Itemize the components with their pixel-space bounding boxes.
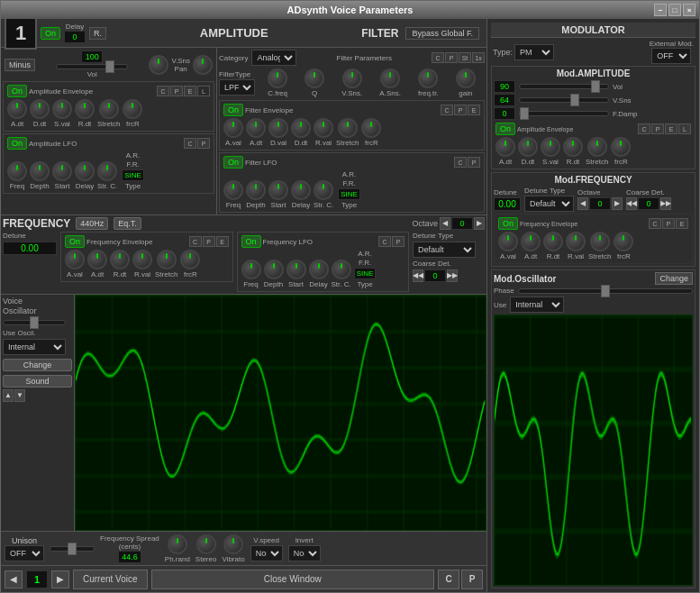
mod-vsns-slider[interactable] xyxy=(519,97,609,103)
fenv-stretch[interactable] xyxy=(338,118,358,138)
mod-amp-env-l[interactable]: L xyxy=(678,123,691,134)
sound-down-btn[interactable]: ▲ xyxy=(3,389,14,402)
freq-env-c[interactable]: C xyxy=(189,236,202,247)
frenv-adt[interactable] xyxy=(87,250,107,269)
amp-adt-knob[interactable] xyxy=(7,99,27,119)
pan-knob[interactable] xyxy=(193,55,213,75)
mod-fenv-e[interactable]: E xyxy=(676,218,688,229)
mod-amp-env-p[interactable]: P xyxy=(651,123,664,134)
use-oscil-select[interactable]: Internal xyxy=(3,339,66,355)
mod-fenv-c[interactable]: C xyxy=(649,218,661,229)
mod-amp-env-on-btn[interactable]: On xyxy=(495,123,515,135)
coarse-down-btn[interactable]: ◀◀ xyxy=(413,269,423,282)
mod-vol-slider[interactable] xyxy=(519,84,609,89)
amp-rdt-knob[interactable] xyxy=(75,99,95,119)
filter-1x-btn[interactable]: 1x xyxy=(472,52,485,63)
bypass-global-button[interactable]: Bypass Global F. xyxy=(405,27,479,40)
frenv-frcr[interactable] xyxy=(180,250,200,269)
freq-eqt-button[interactable]: Eq.T. xyxy=(114,217,141,230)
minimize-button[interactable]: − xyxy=(654,4,667,16)
fenv-dval[interactable] xyxy=(268,118,288,138)
mfenv-rval[interactable] xyxy=(566,232,586,251)
fenv-adt[interactable] xyxy=(246,118,266,138)
filter-lfo-c-btn[interactable]: C xyxy=(454,157,467,168)
amp-env-on-button[interactable]: On xyxy=(7,85,27,97)
unison-select[interactable]: OFF xyxy=(5,545,44,561)
mod-amp-env-e[interactable]: E xyxy=(665,123,677,134)
mod-phase-slider[interactable] xyxy=(518,288,693,294)
mod-oct-down[interactable]: ◀ xyxy=(577,197,588,210)
vol-slider[interactable] xyxy=(56,64,128,69)
freq-lfo-on-button[interactable]: On xyxy=(241,235,261,248)
frlfo-freq[interactable] xyxy=(241,260,261,279)
voice-phase-slider[interactable] xyxy=(3,320,66,325)
voice-on-button[interactable]: On xyxy=(41,27,60,40)
stereo-knob[interactable] xyxy=(196,534,216,554)
amp-lfo-on-button[interactable]: On xyxy=(7,137,27,150)
v-speed-select[interactable]: None xyxy=(250,545,283,561)
amp-ddt-knob[interactable] xyxy=(30,99,50,119)
filter-gain-knob[interactable] xyxy=(456,68,476,88)
amp-lfo-strc-knob[interactable] xyxy=(97,161,117,181)
r-button[interactable]: R. xyxy=(89,27,106,40)
mfenv-frcr[interactable] xyxy=(614,232,633,251)
fenv-rval[interactable] xyxy=(314,118,333,138)
amp-lfo-p-button[interactable]: P xyxy=(197,138,210,149)
mfenv-aval[interactable] xyxy=(498,232,518,251)
flfo-strc[interactable] xyxy=(314,180,333,200)
octave-down-btn[interactable]: ◀ xyxy=(440,217,450,230)
mfenv-adt[interactable] xyxy=(521,232,541,251)
octave-up-btn[interactable]: ▶ xyxy=(474,217,485,230)
fenv-frcr[interactable] xyxy=(361,118,381,138)
mod-fdamp-slider[interactable] xyxy=(519,111,609,116)
freq-lfo-c[interactable]: C xyxy=(378,236,391,247)
mod-use-select[interactable]: Internal xyxy=(510,296,564,313)
mod-osc-change-button[interactable]: Change xyxy=(655,272,693,285)
current-voice-button[interactable]: Current Voice xyxy=(73,570,148,589)
menv-sval[interactable] xyxy=(541,137,560,157)
amp-stretch-knob[interactable] xyxy=(99,99,119,119)
frlfo-delay[interactable] xyxy=(309,260,329,279)
filter-env-on-button[interactable]: On xyxy=(223,104,243,116)
filter-freqtr-knob[interactable] xyxy=(418,68,438,88)
frenv-stretch[interactable] xyxy=(157,250,177,269)
flfo-depth[interactable] xyxy=(246,180,266,200)
flfo-delay[interactable] xyxy=(291,180,311,200)
detune-type-select[interactable]: Default xyxy=(413,242,476,258)
filter-p-btn[interactable]: P xyxy=(445,52,458,63)
amp-lfo-freq-knob[interactable] xyxy=(7,161,27,181)
coarse-up-btn[interactable]: ▶▶ xyxy=(447,269,458,282)
sound-button[interactable]: Sound xyxy=(3,375,72,388)
freq-env-on-button[interactable]: On xyxy=(65,235,85,248)
amp-lfo-delay-knob[interactable] xyxy=(75,161,95,181)
filter-vsns-knob[interactable] xyxy=(342,68,362,88)
frlfo-depth[interactable] xyxy=(264,260,284,279)
freq-lfo-p[interactable]: P xyxy=(392,236,405,247)
maximize-button[interactable]: □ xyxy=(668,4,681,16)
freq-440hz-button[interactable]: 440Hz xyxy=(76,217,108,230)
freq-spread-slider[interactable] xyxy=(50,546,95,552)
amp-env-c-button[interactable]: C xyxy=(157,86,169,96)
close-window-button[interactable]: Close Window xyxy=(151,570,434,589)
filter-c-btn[interactable]: C xyxy=(432,52,444,63)
close-button[interactable]: × xyxy=(683,4,695,16)
filter-env-c-btn[interactable]: C xyxy=(441,105,453,115)
fenv-ddt[interactable] xyxy=(291,118,311,138)
minus-button[interactable]: Minus xyxy=(5,59,35,71)
flfo-start[interactable] xyxy=(268,180,288,200)
filter-env-p-btn[interactable]: P xyxy=(454,105,467,115)
menv-frcr[interactable] xyxy=(611,137,631,157)
invert-select[interactable]: None xyxy=(288,545,321,561)
filter-env-e-btn[interactable]: E xyxy=(468,105,480,115)
mod-type-select[interactable]: PM FM AM xyxy=(514,44,554,60)
mod-coarse-up[interactable]: ▶▶ xyxy=(660,197,671,210)
amp-env-l-button[interactable]: L xyxy=(197,86,210,96)
ph-rand-knob[interactable] xyxy=(168,534,187,554)
frenv-aval[interactable] xyxy=(65,250,85,269)
p-end-button[interactable]: P xyxy=(461,570,483,589)
frlfo-strc[interactable] xyxy=(332,260,351,279)
mod-detune-type-select[interactable]: Default xyxy=(524,196,574,212)
mod-fenv-p[interactable]: P xyxy=(662,218,675,229)
amp-env-p-button[interactable]: P xyxy=(170,86,183,96)
filter-cfreq-knob[interactable] xyxy=(268,68,287,88)
